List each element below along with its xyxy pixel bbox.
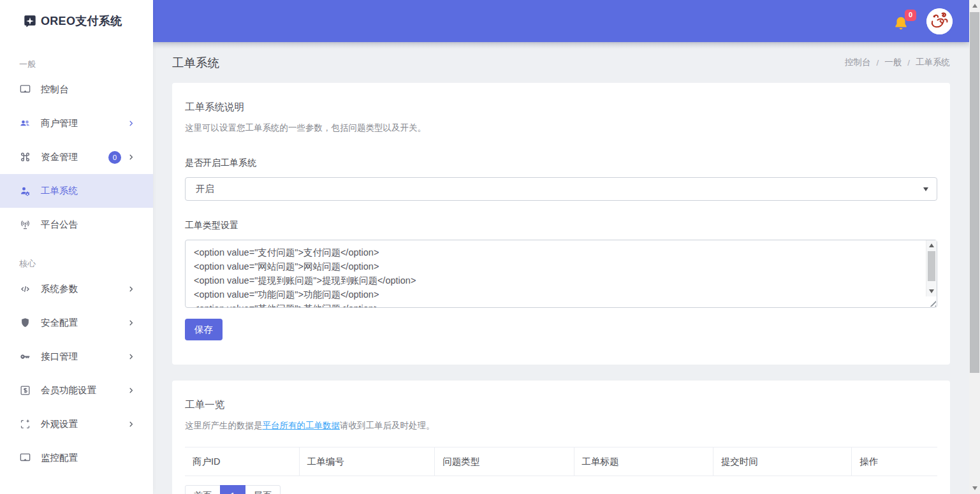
notifications-button[interactable]: 0 (892, 11, 911, 31)
workorder-types-field: <option value="支付问题">支付问题</option> <opti… (185, 240, 937, 308)
monitor-icon (19, 452, 31, 464)
pagination-button[interactable]: 首页 (185, 485, 221, 494)
selected-option: 开启 (196, 183, 214, 195)
sidebar-item-member-feature-settings[interactable]: 会员功能设置 (0, 374, 153, 407)
sidebar-item-label: 外观设置 (41, 418, 127, 430)
sidebar-item-merchant-management[interactable]: 商户管理 (0, 106, 153, 140)
sidebar: OREO支付系统 一般 控制台 商户管理 资金管理 0 工单系统 (0, 0, 153, 494)
sidebar-item-platform-announcement[interactable]: 平台公告 (0, 208, 153, 242)
workorder-types-textarea[interactable]: <option value="支付问题">支付问题</option> <opti… (185, 240, 937, 308)
monitor-icon (19, 84, 31, 96)
orders-table: 商户ID工单编号问题类型工单标题提交时间操作 (185, 447, 937, 476)
orders-card: 工单一览 这里所产生的数据是平台所有的工单数据请收到工单后及时处理。 商户ID工… (172, 381, 950, 494)
settings-card: 工单系统说明 这里可以设置您工单系统的一些参数，包括问题类型以及开关。 是否开启… (172, 83, 950, 365)
orders-column-header: 商户ID (185, 447, 299, 476)
avatar[interactable] (926, 8, 953, 34)
scrollbar-down-arrow-icon[interactable] (972, 486, 977, 490)
sidebar-item-funds-management[interactable]: 资金管理 0 (0, 140, 153, 174)
settings-card-title: 工单系统说明 (185, 101, 937, 114)
notification-badge: 0 (905, 10, 916, 21)
breadcrumb-separator: / (907, 58, 910, 68)
key-icon (19, 351, 31, 363)
orders-column-header: 操作 (851, 447, 937, 476)
brand-title: OREO支付系统 (41, 13, 122, 29)
orders-column-header: 问题类型 (435, 447, 574, 476)
pagination-button[interactable]: 尾页 (245, 485, 281, 494)
sidebar-item-label: 资金管理 (41, 151, 108, 163)
sidebar-item-api-management[interactable]: 接口管理 (0, 340, 153, 374)
sidebar-item-label: 工单系统 (41, 185, 135, 197)
chevron-down-icon (923, 187, 928, 191)
sidebar-item-console[interactable]: 控制台 (0, 73, 153, 106)
chevron-right-icon (127, 319, 135, 327)
shield-icon (19, 317, 31, 329)
chevron-right-icon (127, 119, 135, 127)
command-icon (19, 151, 31, 163)
broadcast-icon (19, 219, 31, 231)
workorder-toggle-label: 是否开启工单系统 (185, 157, 937, 169)
orders-card-title: 工单一览 (185, 398, 937, 412)
scrollbar-up-arrow-icon[interactable] (972, 4, 977, 8)
window-scrollbar-thumb[interactable] (970, 12, 979, 373)
settings-card-description: 这里可以设置您工单系统的一些参数，包括问题类型以及开关。 (185, 122, 937, 134)
sidebar-item-label: 控制台 (41, 84, 135, 96)
code-icon (19, 283, 31, 295)
main-content: 工单系统 控制台/一般/工单系统 工单系统说明 这里可以设置您工单系统的一些参数… (153, 42, 969, 494)
chevron-right-icon (127, 285, 135, 293)
chevron-right-icon (127, 153, 135, 161)
sidebar-item-label: 会员功能设置 (41, 384, 127, 396)
pagination-button[interactable]: 1 (220, 485, 245, 494)
page-title: 工单系统 (172, 55, 219, 71)
window-scrollbar[interactable] (969, 0, 980, 494)
orders-column-header: 工单编号 (299, 447, 434, 476)
orders-card-description: 这里所产生的数据是平台所有的工单数据请收到工单后及时处理。 (185, 420, 937, 432)
sidebar-item-label: 安全配置 (41, 317, 127, 329)
sidebar-item-monitoring-config[interactable]: 监控配置 (0, 441, 153, 475)
dollar-square-icon (19, 384, 31, 396)
users-icon (19, 117, 31, 129)
save-button[interactable]: 保存 (185, 319, 223, 340)
sidebar-item-label: 平台公告 (41, 219, 135, 231)
workorder-enabled-select[interactable]: 开启 (185, 177, 937, 201)
sidebar-item-system-params[interactable]: 系统参数 (0, 272, 153, 306)
breadcrumb-separator: / (876, 58, 879, 68)
orders-column-header: 工单标题 (574, 447, 713, 476)
breadcrumb-item[interactable]: 一般 (884, 57, 902, 68)
orders-desc-suffix: 请收到工单后及时处理。 (340, 421, 435, 430)
brand-logo-icon (23, 14, 37, 28)
sidebar-section-label: 核心 (0, 258, 153, 270)
chevron-right-icon (127, 352, 135, 361)
user-gear-icon (19, 185, 31, 197)
chevron-right-icon (127, 420, 135, 428)
sidebar-item-label: 接口管理 (41, 351, 127, 363)
sidebar-item-appearance-settings[interactable]: 外观设置 (0, 407, 153, 441)
breadcrumb: 控制台/一般/工单系统 (845, 57, 950, 68)
workorder-types-label: 工单类型设置 (185, 220, 937, 231)
all-orders-link[interactable]: 平台所有的工单数据 (263, 421, 340, 430)
textarea-scrollbar[interactable] (926, 240, 937, 296)
page-head: 工单系统 控制台/一般/工单系统 (172, 42, 950, 83)
scroll-down-arrow-icon[interactable] (929, 289, 934, 293)
scroll-up-arrow-icon[interactable] (929, 243, 934, 247)
pagination: 首页1尾页 (185, 485, 281, 494)
sidebar-item-work-order-system[interactable]: 工单系统 (0, 174, 153, 208)
sidebar-item-label: 监控配置 (41, 452, 135, 464)
brand[interactable]: OREO支付系统 (0, 0, 153, 42)
topbar: 0 (153, 0, 969, 42)
chevron-right-icon (127, 386, 135, 395)
sidebar-nav: 一般 控制台 商户管理 资金管理 0 工单系统 平台公告 (0, 59, 153, 475)
count-badge: 0 (108, 151, 121, 164)
sidebar-item-label: 系统参数 (41, 283, 127, 295)
textarea-scrollbar-thumb[interactable] (928, 251, 935, 281)
sidebar-item-label: 商户管理 (41, 117, 127, 129)
sidebar-item-security-config[interactable]: 安全配置 (0, 306, 153, 340)
orders-column-header: 提交时间 (713, 447, 851, 476)
breadcrumb-item[interactable]: 工单系统 (916, 57, 950, 68)
orders-desc-prefix: 这里所产生的数据是 (185, 421, 263, 430)
sidebar-section-label: 一般 (0, 59, 153, 70)
orders-table-header-row: 商户ID工单编号问题类型工单标题提交时间操作 (185, 447, 937, 476)
breadcrumb-item[interactable]: 控制台 (845, 57, 871, 68)
crop-plus-icon (19, 418, 31, 430)
